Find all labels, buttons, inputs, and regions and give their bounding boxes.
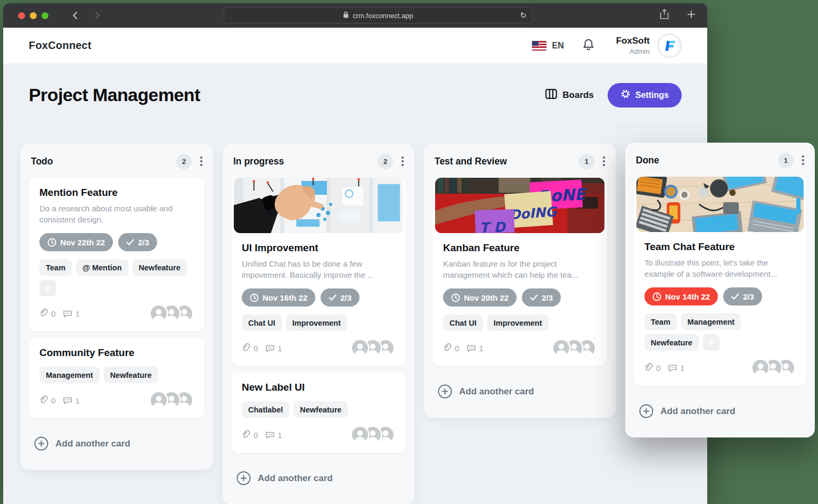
circle-plus-icon [639,404,653,418]
plus-icon [44,285,51,292]
comment-icon [265,344,275,353]
attachments-meta: 0 [242,430,258,440]
tag[interactable]: Management [39,367,100,383]
reload-icon[interactable]: ↻ [520,11,527,20]
language-selector[interactable]: EN [552,41,563,51]
tag[interactable]: Chat UI [443,315,483,331]
attachments-meta: 0 [39,309,55,318]
tag[interactable]: Newfeature [104,367,158,383]
check-icon [126,239,134,245]
card-title: Community Feature [39,347,194,359]
progress-pill: 2/3 [522,288,561,307]
comments-meta: 1 [668,363,684,373]
card-description: Kanban feature is for the project manage… [443,259,596,280]
card-cover-image-desk [636,177,804,232]
gear-icon [620,89,631,101]
paperclip-icon [242,430,251,440]
card-cover-image-sticky-notes: DοNE DοING T D [435,178,604,233]
column-count-badge: 1 [778,153,794,168]
zoom-window-button[interactable] [42,12,48,19]
tag[interactable]: Team [39,259,72,276]
clock-icon [652,292,661,301]
add-card-button[interactable]: Add another card [29,425,204,464]
clock-icon [250,293,259,302]
column-menu-icon[interactable] [802,155,804,165]
assignee-avatars [350,338,395,358]
close-window-button[interactable] [18,12,25,19]
address-bar[interactable]: crm.foxconnect.app ↻ [224,7,533,23]
share-icon[interactable] [660,9,669,22]
account-avatar[interactable] [657,34,682,58]
progress-pill: 2/3 [723,287,762,305]
progress-pill: 2/3 [118,233,157,251]
add-tag-button[interactable] [703,334,719,351]
comments-meta: 1 [63,396,79,405]
card-title: Team Chat Feature [644,241,796,253]
column-title: Test and Review [435,156,507,167]
tag[interactable]: Improvement [286,315,347,331]
add-card-button[interactable]: Add another card [231,459,406,498]
back-button[interactable] [71,11,80,20]
add-tag-button[interactable] [39,280,56,296]
comment-icon [668,363,677,373]
circle-plus-icon [438,384,452,399]
board-column-test-and-review: Test and Review 1 DοNE DοING T D Kanban … [424,144,616,418]
browser-chrome: crm.foxconnect.app ↻ [3,3,707,28]
settings-button[interactable]: Settings [608,83,682,108]
attachments-meta: 0 [644,363,660,373]
tag[interactable]: Newfeature [644,334,699,351]
boards-button[interactable]: Boards [545,89,594,102]
assignee-avatars [552,338,596,358]
lock-icon [343,11,349,20]
paperclip-icon [644,363,653,373]
column-menu-icon[interactable] [402,156,404,166]
account-info: FoxSoft Admin [616,36,650,55]
tag[interactable]: Improvement [487,315,549,331]
column-title: In progress [233,156,284,167]
progress-pill: 2/3 [321,288,359,307]
task-card[interactable]: UI Improvement Unified Chat has to be do… [231,178,406,366]
add-card-button[interactable]: Add another card [432,373,607,411]
board-column-in-progress: In progress 2 [223,144,414,504]
due-date-pill: Nov 22th 22 [39,233,113,251]
tag[interactable]: Chatlabel [242,401,289,418]
tag[interactable]: Management [681,313,741,330]
attachments-meta: 0 [39,395,55,405]
circle-plus-icon [34,436,48,451]
tag[interactable]: Team [644,313,677,330]
minimize-window-button[interactable] [30,12,37,19]
task-card[interactable]: Mention Feature Do a research about most… [29,178,204,332]
window-controls [18,12,48,19]
url-text: crm.foxconnect.app [353,12,413,20]
tag[interactable]: Chat UI [242,315,282,331]
card-title: UI Improvement [242,242,395,254]
forward-button[interactable] [92,11,102,20]
task-card[interactable]: New Label UI Chatlabel Newfeature 0 1 [231,373,406,453]
check-icon [329,294,337,301]
task-card[interactable]: Team Chat Feature To illustrate this poi… [634,177,806,386]
column-menu-icon[interactable] [603,156,605,166]
due-date-pill-overdue: Nov 14th 22 [644,287,718,305]
tag[interactable]: Newfeature [133,259,187,276]
board-column-done: Done 1 [625,143,815,437]
plus-icon [708,339,715,346]
column-count-badge: 1 [579,154,594,169]
clock-icon [451,293,460,302]
column-menu-icon[interactable] [200,156,202,166]
notifications-bell-icon[interactable] [582,38,595,54]
comment-icon [63,396,72,405]
column-count-badge: 2 [176,154,192,169]
comments-meta: 1 [467,344,483,353]
new-tab-icon[interactable] [687,10,696,21]
board-column-todo: Todo 2 Mention Feature Do a research abo… [20,144,213,470]
foxsoft-logo-icon [661,38,677,54]
tag[interactable]: Newfeature [293,401,348,418]
task-card[interactable]: Community Feature Management Newfeature … [29,338,204,418]
tag[interactable]: @ Mention [76,259,128,276]
task-card[interactable]: DοNE DοING T D Kanban Feature Kanban fea… [432,178,607,366]
comment-icon [63,309,72,318]
settings-label: Settings [635,90,669,100]
comments-meta: 1 [265,344,282,353]
add-card-button[interactable]: Add another card [634,392,806,431]
due-date-pill: Nov 16th 22 [242,288,315,307]
